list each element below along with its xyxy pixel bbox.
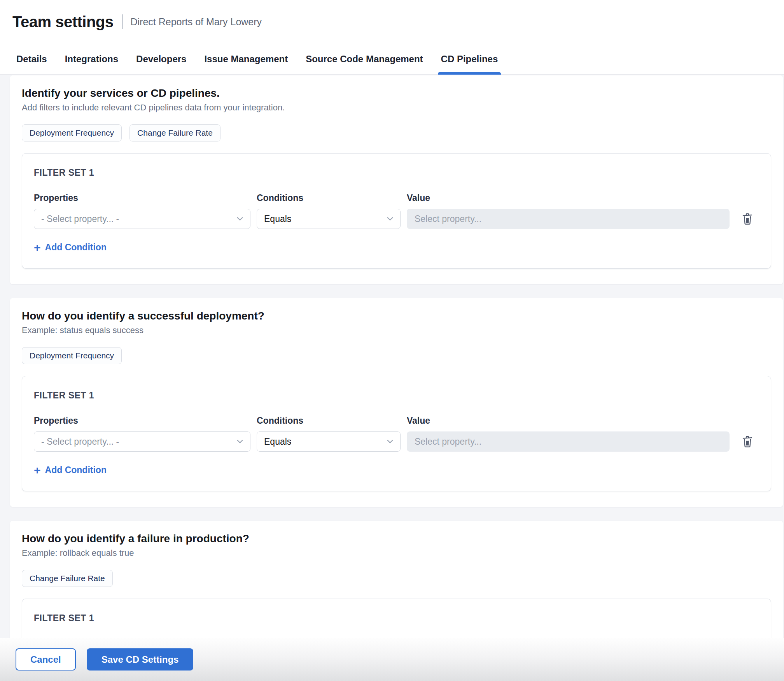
property-select[interactable]: - Select property... - (34, 209, 250, 229)
tab-issue-management[interactable]: Issue Management (204, 44, 288, 74)
condition-select[interactable]: Equals (257, 431, 401, 452)
add-condition-button[interactable]: + Add Condition (34, 465, 107, 475)
footer-action-bar: Cancel Save CD Settings (0, 638, 784, 681)
tab-developers[interactable]: Developers (136, 44, 186, 74)
header-divider (122, 14, 123, 29)
property-select-placeholder: - Select property... - (41, 214, 119, 224)
section-title: How do you identify a successful deploym… (22, 310, 771, 322)
metric-pills: Change Failure Rate (22, 570, 771, 587)
value-label: Value (407, 193, 730, 203)
save-cd-settings-button[interactable]: Save CD Settings (87, 648, 194, 671)
settings-section: How do you identify a successful deploym… (10, 298, 783, 507)
page-title: Team settings (12, 13, 114, 31)
section-title: How do you identify a failure in product… (22, 533, 771, 545)
filter-set-card: FILTER SET 1 Properties Conditions Value… (22, 376, 771, 491)
chevron-down-icon (235, 214, 245, 224)
tab-source-code-management[interactable]: Source Code Management (306, 44, 423, 74)
plus-icon: + (34, 465, 41, 475)
add-condition-label: Add Condition (45, 465, 107, 475)
metric-pill[interactable]: Change Failure Rate (130, 124, 220, 141)
trash-icon (742, 435, 753, 448)
condition-select-value: Equals (264, 214, 291, 224)
condition-select-value: Equals (264, 437, 291, 447)
filter-set-title: FILTER SET 1 (34, 613, 759, 623)
tab-details[interactable]: Details (16, 44, 47, 74)
filter-set-title: FILTER SET 1 (34, 168, 759, 178)
value-input[interactable] (407, 431, 730, 452)
value-label: Value (407, 416, 730, 426)
section-title: Identify your services or CD pipelines. (22, 87, 771, 100)
add-condition-button[interactable]: + Add Condition (34, 242, 107, 253)
chevron-down-icon (385, 214, 395, 224)
property-select-placeholder: - Select property... - (41, 437, 119, 447)
properties-label: Properties (34, 416, 250, 426)
metric-pill[interactable]: Deployment Frequency (22, 347, 122, 364)
condition-select[interactable]: Equals (257, 209, 401, 229)
filter-set-card: FILTER SET 1 Properties Conditions Value… (22, 153, 771, 269)
add-condition-label: Add Condition (45, 242, 107, 253)
cancel-button[interactable]: Cancel (16, 648, 76, 671)
value-input[interactable] (407, 209, 730, 229)
section-subtitle: Add filters to include relevant CD pipel… (22, 103, 771, 113)
metric-pill[interactable]: Change Failure Rate (22, 570, 113, 587)
team-name: Direct Reports of Mary Lowery (131, 16, 262, 28)
metric-pills: Deployment FrequencyChange Failure Rate (22, 124, 771, 141)
settings-section: How do you identify a failure in product… (10, 521, 783, 638)
page-header: Team settings Direct Reports of Mary Low… (0, 0, 784, 44)
filter-set-title: FILTER SET 1 (34, 390, 759, 401)
chevron-down-icon (385, 437, 395, 446)
conditions-label: Conditions (257, 193, 401, 203)
delete-filter-button[interactable] (740, 434, 755, 449)
conditions-label: Conditions (257, 416, 401, 426)
properties-label: Properties (34, 193, 250, 203)
tab-bar: DetailsIntegrationsDevelopersIssue Manag… (0, 44, 784, 75)
chevron-down-icon (235, 437, 245, 446)
filter-column-labels: Properties Conditions Value (34, 416, 759, 426)
tab-cd-pipelines[interactable]: CD Pipelines (441, 44, 498, 74)
property-select[interactable]: - Select property... - (34, 431, 250, 452)
section-subtitle: Example: status equals success (22, 325, 771, 335)
plus-icon: + (34, 242, 41, 253)
filter-set-card: FILTER SET 1 Properties Conditions Value… (22, 599, 771, 638)
filter-condition-row: - Select property... - Equals (34, 431, 759, 452)
settings-section: Identify your services or CD pipelines. … (10, 75, 783, 284)
metric-pills: Deployment Frequency (22, 347, 771, 364)
trash-icon (742, 213, 753, 225)
filter-column-labels: Properties Conditions Value (34, 193, 759, 203)
main-content: Identify your services or CD pipelines. … (0, 75, 784, 638)
filter-condition-row: - Select property... - Equals (34, 209, 759, 229)
delete-filter-button[interactable] (740, 211, 755, 227)
metric-pill[interactable]: Deployment Frequency (22, 124, 122, 141)
tab-integrations[interactable]: Integrations (65, 44, 118, 74)
section-subtitle: Example: rollback equals true (22, 548, 771, 558)
